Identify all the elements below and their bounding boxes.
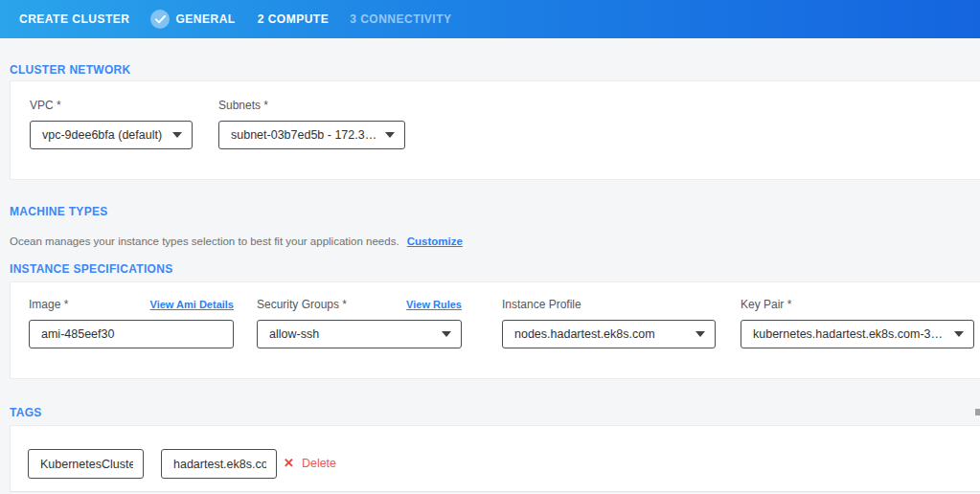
step-tab-general[interactable]: GENERAL	[150, 10, 235, 29]
security-groups-field: Security Groups * View Rules allow-ssh	[257, 298, 462, 348]
step-tab-connectivity[interactable]: 3 CONNECTIVITY	[350, 12, 451, 26]
instance-profile-selected-value: nodes.hadartest.ek8s.com	[514, 327, 655, 341]
image-field: Image * View Ami Details	[29, 298, 234, 348]
cluster-network-card: VPC * vpc-9dee6bfa (default) Subnets * s…	[10, 80, 980, 180]
image-input[interactable]	[29, 320, 234, 348]
subnets-field: Subnets * subnet-03b7ed5b - 172.31.0.0/2…	[218, 99, 405, 149]
instance-profile-label: Instance Profile	[502, 298, 716, 311]
section-title-instance-specifications: INSTANCE SPECIFICATIONS	[10, 262, 172, 276]
instance-specifications-card: Image * View Ami Details Security Groups…	[10, 281, 980, 379]
step-tab-compute[interactable]: 2 COMPUTE	[258, 12, 330, 26]
chevron-down-icon	[954, 331, 964, 337]
check-circle-icon	[150, 10, 170, 29]
security-groups-label: Security Groups *	[257, 298, 347, 311]
vpc-field: VPC * vpc-9dee6bfa (default)	[30, 99, 193, 149]
vpc-label: VPC *	[30, 99, 193, 112]
wizard-header-bar: CREATE CLUSTER GENERAL 2 COMPUTE 3 CONNE…	[0, 0, 980, 38]
key-pair-field: Key Pair * kubernetes.hadartest.ek8s.com…	[741, 298, 974, 348]
security-groups-selected-value: allow-ssh	[269, 327, 319, 341]
delete-tag-button[interactable]: ✕ Delete	[284, 456, 336, 470]
vpc-select[interactable]: vpc-9dee6bfa (default)	[30, 121, 193, 149]
step-label-general: GENERAL	[175, 12, 235, 26]
instance-profile-field: Instance Profile nodes.hadartest.ek8s.co…	[502, 298, 716, 348]
tag-key-input[interactable]	[28, 449, 144, 479]
delete-x-icon: ✕	[284, 456, 294, 470]
image-label: Image *	[29, 298, 68, 311]
machine-types-description-text: Ocean manages your instance types select…	[10, 236, 399, 247]
subnets-select[interactable]: subnet-03b7ed5b - 172.31.0.0/20 ...	[218, 121, 405, 149]
subnets-label: Subnets *	[218, 99, 405, 112]
section-title-tags: TAGS	[10, 406, 42, 419]
security-groups-select[interactable]: allow-ssh	[257, 320, 462, 348]
vpc-selected-value: vpc-9dee6bfa (default)	[42, 128, 162, 142]
page-title: CREATE CLUSTER	[19, 12, 129, 26]
key-pair-label: Key Pair *	[741, 298, 974, 311]
view-rules-link[interactable]: View Rules	[406, 299, 462, 310]
section-title-cluster-network: CLUSTER NETWORK	[10, 63, 131, 77]
section-title-machine-types: MACHINE TYPES	[10, 205, 108, 218]
chevron-down-icon	[695, 331, 705, 337]
subnets-selected-value: subnet-03b7ed5b - 172.31.0.0/20 ...	[231, 128, 379, 142]
key-pair-select[interactable]: kubernetes.hadartest.ek8s.com-39:84:a5:9…	[741, 320, 974, 348]
delete-tag-label: Delete	[302, 457, 336, 470]
chevron-down-icon	[385, 132, 395, 138]
chevron-down-icon	[442, 331, 451, 337]
tags-card: ✕ Delete	[10, 425, 980, 492]
key-pair-selected-value: kubernetes.hadartest.ek8s.com-39:84:a5:9…	[753, 327, 948, 341]
chevron-down-icon	[172, 132, 182, 138]
tag-value-input[interactable]	[161, 449, 277, 479]
instance-profile-select[interactable]: nodes.hadartest.ek8s.com	[502, 320, 716, 348]
customize-link[interactable]: Customize	[407, 236, 463, 247]
clipped-edge-icon	[975, 409, 980, 415]
machine-types-description: Ocean manages your instance types select…	[10, 236, 463, 247]
view-ami-details-link[interactable]: View Ami Details	[150, 299, 234, 310]
